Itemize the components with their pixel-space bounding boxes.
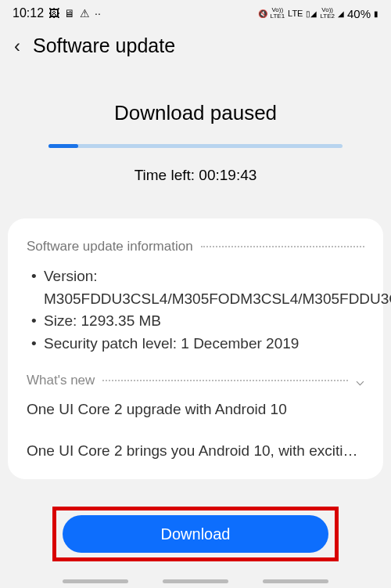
info-list: Version: M305FDDU3CSL4/M305FODM3CSL4/M30… xyxy=(27,265,364,355)
progress-bar xyxy=(48,144,343,148)
download-status-title: Download paused xyxy=(16,101,375,125)
display-icon: 🖥 xyxy=(64,7,75,20)
time-left-label: Time left: 00:19:43 xyxy=(16,167,375,184)
divider-dotted xyxy=(102,380,348,381)
battery-percent: 40% xyxy=(347,7,371,20)
download-status-section: Download paused Time left: 00:19:43 xyxy=(0,63,391,203)
page-title: Software update xyxy=(33,34,175,57)
highlight-box: Download xyxy=(52,507,339,561)
progress-fill xyxy=(48,144,78,148)
volte1-icon: Vo))LTE1 xyxy=(271,7,285,20)
nav-recent[interactable] xyxy=(63,579,128,583)
security-line: Security patch level: 1 December 2019 xyxy=(30,333,364,355)
volte2-icon: Vo))LTE2 xyxy=(320,7,335,20)
info-card: Software update information Version: M30… xyxy=(8,218,383,479)
version-line: Version: M305FDDU3CSL4/M305FODM3CSL4/M30… xyxy=(30,265,364,310)
header: ‹ Software update xyxy=(0,23,391,63)
warning-icon: ⚠ xyxy=(80,7,90,20)
divider-dotted xyxy=(201,246,364,247)
signal1-icon: ▯◢ xyxy=(306,9,317,18)
chevron-down-icon[interactable]: ⌵ xyxy=(356,372,364,389)
size-line: Size: 1293.35 MB xyxy=(30,310,364,333)
more-icon: ·· xyxy=(95,7,101,20)
whats-new-body: One UI Core 2 upgrade with Android 10 On… xyxy=(27,399,364,462)
nav-back[interactable] xyxy=(263,579,328,583)
battery-icon: ▮ xyxy=(374,9,378,18)
nav-bar xyxy=(0,579,391,583)
signal2-icon: ◢ xyxy=(338,9,344,18)
status-bar: 10:12 🖼 🖥 ⚠ ·· 🔇 Vo))LTE1 LTE ▯◢ Vo))LTE… xyxy=(0,0,391,23)
mute-icon: 🔇 xyxy=(258,9,267,18)
lte-label: LTE xyxy=(288,9,303,18)
nav-home[interactable] xyxy=(163,579,228,583)
whats-new-line2: One UI Core 2 brings you Android 10, wit… xyxy=(27,440,364,463)
whats-new-line1: One UI Core 2 upgrade with Android 10 xyxy=(27,399,364,421)
whats-new-label: What's new xyxy=(27,373,95,388)
info-section-label: Software update information xyxy=(27,239,193,254)
download-button[interactable]: Download xyxy=(63,515,328,553)
image-icon: 🖼 xyxy=(48,7,59,20)
status-time: 10:12 xyxy=(13,6,44,20)
back-icon[interactable]: ‹ xyxy=(14,35,20,57)
